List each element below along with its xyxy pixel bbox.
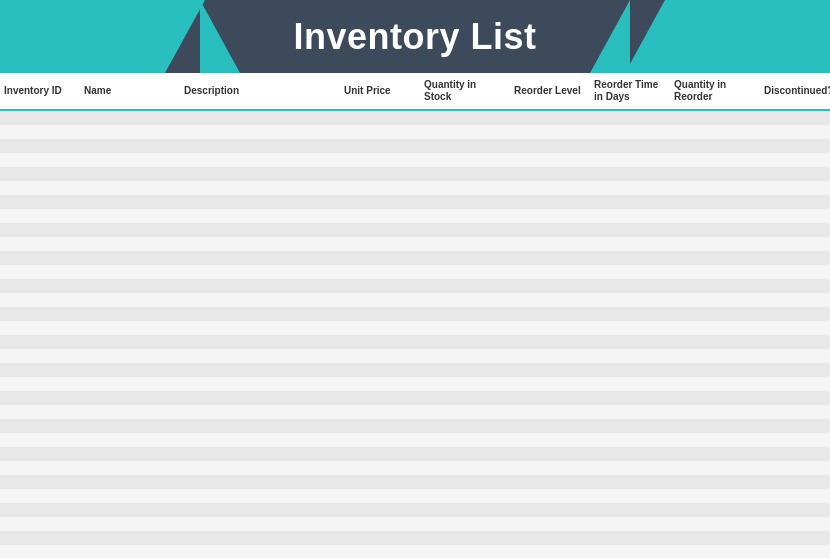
- header-accent-left: [0, 0, 205, 73]
- table-cell: [760, 187, 830, 189]
- table-cell: [510, 257, 590, 259]
- table-cell: [340, 411, 420, 413]
- table-row: [0, 405, 830, 419]
- table-row: [0, 433, 830, 447]
- table-cell: [340, 439, 420, 441]
- table-cell: [0, 509, 80, 511]
- table-cell: [340, 467, 420, 469]
- table-cell: [510, 509, 590, 511]
- table-cell: [340, 509, 420, 511]
- table-cell: [0, 145, 80, 147]
- table-cell: [760, 243, 830, 245]
- col-header-unit-price: Unit Price: [340, 83, 420, 99]
- table-cell: [340, 537, 420, 539]
- table-cell: [510, 313, 590, 315]
- table-cell: [510, 215, 590, 217]
- table-row: [0, 475, 830, 489]
- table-cell: [590, 453, 670, 455]
- table-cell: [180, 299, 340, 301]
- table-cell: [0, 383, 80, 385]
- table-row: [0, 293, 830, 307]
- table-cell: [670, 257, 760, 259]
- table-cell: [510, 159, 590, 161]
- column-headers: Inventory ID Name Description Unit Price…: [0, 73, 830, 111]
- table-cell: [590, 397, 670, 399]
- table-cell: [180, 439, 340, 441]
- table-cell: [80, 173, 180, 175]
- table-cell: [510, 537, 590, 539]
- table-cell: [760, 383, 830, 385]
- table-cell: [0, 215, 80, 217]
- table-cell: [180, 523, 340, 525]
- page-title: Inventory List: [293, 16, 536, 58]
- table-cell: [80, 439, 180, 441]
- table-cell: [510, 439, 590, 441]
- table-cell: [760, 411, 830, 413]
- table-cell: [80, 537, 180, 539]
- table-cell: [760, 341, 830, 343]
- table-cell: [0, 425, 80, 427]
- table-row: [0, 321, 830, 335]
- table-cell: [420, 271, 510, 273]
- table-cell: [420, 439, 510, 441]
- table-cell: [510, 145, 590, 147]
- table-cell: [180, 159, 340, 161]
- table-cell: [590, 327, 670, 329]
- table-cell: [0, 495, 80, 497]
- table-cell: [420, 425, 510, 427]
- table-cell: [420, 467, 510, 469]
- table-cell: [420, 257, 510, 259]
- page-header: Inventory List: [0, 0, 830, 73]
- table-cell: [180, 131, 340, 133]
- table-cell: [180, 481, 340, 483]
- table-cell: [80, 285, 180, 287]
- table-row: [0, 461, 830, 475]
- table-cell: [0, 173, 80, 175]
- table-cell: [420, 145, 510, 147]
- table-cell: [590, 537, 670, 539]
- table-cell: [340, 341, 420, 343]
- table-row: [0, 545, 830, 558]
- table-body: [0, 111, 830, 558]
- table-cell: [0, 355, 80, 357]
- table-cell: [180, 313, 340, 315]
- table-cell: [80, 257, 180, 259]
- table-cell: [590, 551, 670, 553]
- table-cell: [420, 453, 510, 455]
- table-cell: [340, 453, 420, 455]
- table-cell: [180, 201, 340, 203]
- table-cell: [590, 355, 670, 357]
- table-cell: [420, 159, 510, 161]
- table-cell: [80, 229, 180, 231]
- table-cell: [590, 383, 670, 385]
- table-cell: [340, 131, 420, 133]
- table-cell: [80, 243, 180, 245]
- table-cell: [80, 481, 180, 483]
- table-cell: [760, 117, 830, 119]
- table-cell: [180, 551, 340, 553]
- col-header-name: Name: [80, 83, 180, 99]
- table-cell: [760, 453, 830, 455]
- table-cell: [590, 481, 670, 483]
- table-cell: [510, 425, 590, 427]
- table-cell: [180, 243, 340, 245]
- table-cell: [670, 383, 760, 385]
- table-cell: [760, 229, 830, 231]
- table-cell: [760, 173, 830, 175]
- table-cell: [420, 551, 510, 553]
- table-row: [0, 377, 830, 391]
- table-cell: [760, 201, 830, 203]
- table-cell: [670, 453, 760, 455]
- col-header-discontinued: Discontinued?: [760, 83, 830, 99]
- table-cell: [670, 397, 760, 399]
- table-cell: [180, 285, 340, 287]
- table-row: [0, 237, 830, 251]
- table-cell: [670, 215, 760, 217]
- table-cell: [80, 383, 180, 385]
- table-cell: [340, 425, 420, 427]
- table-cell: [340, 495, 420, 497]
- table-cell: [670, 425, 760, 427]
- table-cell: [760, 327, 830, 329]
- col-header-reorder-time: Reorder Time in Days: [590, 77, 670, 105]
- table-cell: [590, 117, 670, 119]
